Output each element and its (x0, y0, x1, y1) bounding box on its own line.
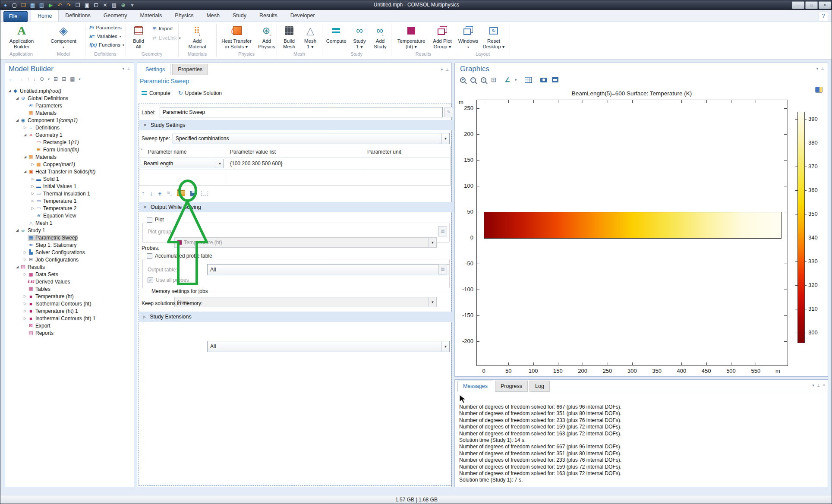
add-physics-button[interactable]: ⊛↓ AddPhysics (257, 23, 277, 50)
tab-definitions[interactable]: Definitions (59, 10, 97, 22)
close-button[interactable]: × (819, 1, 831, 9)
tab-study[interactable]: Study (226, 10, 253, 22)
tree-item-parameters[interactable]: PiParameters (7, 102, 133, 109)
collapsed-icon[interactable]: ▷ (22, 309, 28, 313)
view-dropdown-icon[interactable]: ▾ (515, 78, 517, 82)
tree-item-solver-configurations[interactable]: ▷▙Solver Configurations (7, 249, 133, 256)
settings-tab-properties[interactable]: Properties (172, 64, 208, 75)
expanded-icon[interactable]: ◢ (22, 170, 28, 173)
settings-tab-settings[interactable]: Settings (140, 64, 170, 75)
collapsed-icon[interactable]: ▷ (22, 126, 28, 129)
output-while-solving-header[interactable]: ▼Output While Solving (139, 202, 455, 212)
node-text-dropdown-icon[interactable]: ▾ (79, 77, 81, 81)
range-icon[interactable] (201, 191, 208, 196)
tree-item-export[interactable]: ⊠Export (7, 322, 133, 329)
pin-icon[interactable]: ⊥ (127, 66, 130, 71)
messages-tab-progress[interactable]: Progress (495, 381, 528, 392)
tab-home[interactable]: Home (31, 10, 59, 22)
add-material-button[interactable]: ⠿↓ AddMaterial (181, 23, 214, 50)
zoom-out-icon[interactable]: − (470, 77, 476, 83)
accumulated-probe-table-row[interactable]: Accumulated probe table (145, 253, 214, 259)
application-builder-button[interactable]: A ApplicationBuilder (4, 23, 39, 50)
collapsed-icon[interactable]: ▷ (30, 184, 35, 188)
study-settings-header[interactable]: ▼Study Settings (139, 120, 455, 130)
tab-geometry[interactable]: Geometry (97, 10, 134, 22)
tree-item-materials[interactable]: ▦Materials (7, 109, 133, 117)
pin-icon[interactable]: ⊥ (821, 66, 824, 71)
tree-item-results[interactable]: ◢▤Results (7, 263, 133, 271)
tree-item-parametric-sweep[interactable]: ▦Parametric Sweep (7, 234, 133, 241)
add-study-button[interactable]: ∞↓ AddStudy (371, 23, 390, 50)
parameter-name-select[interactable]: BeamLength▼ (141, 159, 224, 168)
tree-item-geometry-1[interactable]: ◢AGeometry 1 (7, 131, 133, 139)
minimize-button[interactable]: ─ (792, 1, 804, 9)
temperature-plot-button[interactable]: Temperature(ht) ▾ (394, 23, 429, 50)
tree-item-temperature-1[interactable]: ▷▭Temperature 1 (7, 197, 133, 205)
collapsed-icon[interactable]: ▷ (30, 177, 35, 181)
tree-item-rectangle-1[interactable]: ▭Rectangle 1 (r1) (7, 139, 133, 146)
move-up-icon[interactable]: ↑ (142, 190, 145, 197)
forward-icon[interactable]: → (18, 76, 23, 82)
label-input[interactable]: Parametric Sweep (160, 107, 443, 117)
collapsed-icon[interactable]: ▷ (30, 206, 35, 210)
back-icon[interactable]: ← (9, 76, 14, 82)
move-up-icon[interactable]: ↑ (27, 76, 29, 82)
pin-icon[interactable]: ⊥ (817, 383, 820, 387)
tree-item-data-sets[interactable]: ▷▦Data Sets (7, 271, 133, 278)
grid-icon[interactable] (525, 77, 532, 83)
collapsed-icon[interactable]: ▷ (22, 250, 28, 254)
tree-item-untitled-mph[interactable]: ◢◆Untitled.mph (root) (7, 87, 133, 94)
accumulated-probe-table-checkbox[interactable] (147, 253, 152, 259)
collapsed-icon[interactable]: ▷ (22, 272, 28, 276)
expanded-icon[interactable]: ◢ (22, 155, 28, 159)
collapsed-icon[interactable]: ▷ (22, 316, 28, 320)
move-down-icon[interactable]: ↓ (150, 190, 153, 197)
collapsed-icon[interactable]: ▷ (30, 162, 35, 166)
build-mesh-button[interactable]: BuildMesh (279, 23, 299, 50)
expand-all-icon[interactable]: ⊞ (54, 76, 58, 82)
collapsed-icon[interactable]: ▷ (22, 302, 28, 306)
tree-item-equation-view[interactable]: ∂fEquation View (7, 212, 133, 219)
build-all-button[interactable]: BuildAll (127, 23, 150, 50)
zoom-extents-icon[interactable]: ⊞ (491, 76, 497, 84)
panel-menu-icon[interactable]: ▾ (812, 383, 814, 387)
tree-item-temperature-2[interactable]: ▷▭Temperature 2 (7, 205, 133, 212)
collapse-all-icon[interactable]: ⊟ (62, 76, 66, 82)
plot-checkbox-row[interactable]: Plot (145, 217, 166, 223)
tree-item-tables[interactable]: ▦Tables (7, 285, 133, 293)
tree-item-isothermal-contours-ht[interactable]: ▷■Isothermal Contours (ht) (7, 300, 133, 307)
panel-menu-icon[interactable]: ▾ (816, 66, 819, 71)
panel-menu-icon[interactable]: ▾ (123, 66, 125, 71)
tree-item-solid-1[interactable]: ▷▬Solid 1 (7, 175, 133, 183)
expanded-icon[interactable]: ◢ (15, 228, 20, 232)
expanded-icon[interactable]: ◢ (15, 96, 20, 100)
study-1-button[interactable]: ∞ Study1 ▾ (350, 23, 369, 50)
tree-item-form-union[interactable]: ⊞Form Union (fin) (7, 146, 133, 153)
maximize-button[interactable]: □ (805, 1, 818, 9)
messages-tab-messages[interactable]: Messages (457, 381, 493, 392)
update-solution-button[interactable]: ↻Update Solution (178, 90, 222, 96)
tree-item-isothermal-contours-ht-1[interactable]: ▷■Isothermal Contours (ht) 1 (7, 315, 133, 322)
expanded-icon[interactable]: ◢ (7, 89, 12, 93)
tree-item-derived-values[interactable]: 8.85Derived Values (7, 278, 133, 285)
tab-physics[interactable]: Physics (168, 10, 200, 22)
expanded-icon[interactable]: ◢ (22, 133, 28, 137)
tree-item-mesh-1[interactable]: △Mesh 1 (7, 219, 133, 227)
heat-transfer-button[interactable]: ( Heat Transferin Solids ▾ (217, 23, 256, 50)
tree-item-thermal-insulation-1[interactable]: ▷▭Thermal Insulation 1 (7, 190, 133, 197)
zoom-in-icon[interactable]: + (460, 77, 466, 83)
collapsed-icon[interactable]: ▷ (22, 294, 28, 298)
windows-button[interactable]: Windows▾ (457, 23, 479, 50)
panel-menu-icon[interactable]: ▾ (441, 67, 443, 72)
show-icon[interactable]: ⊙ (40, 76, 44, 82)
tree-item-initial-values-1[interactable]: ▷▬Initial Values 1 (7, 183, 133, 190)
expanded-icon[interactable]: ◢ (15, 265, 20, 269)
add-icon[interactable]: + (158, 190, 162, 197)
expanded-icon[interactable]: ◢ (15, 118, 20, 122)
node-text-icon[interactable]: ▤ (70, 76, 75, 82)
save-file-icon[interactable] (190, 191, 196, 196)
tree-item-job-configurations[interactable]: ▷⊟Job Configurations (7, 256, 133, 263)
tree-item-temperature-ht-1[interactable]: ▷■Temperature (ht) 1 (7, 307, 133, 315)
plot-checkbox[interactable] (147, 217, 152, 223)
compute-button[interactable]: Compute (324, 23, 348, 50)
